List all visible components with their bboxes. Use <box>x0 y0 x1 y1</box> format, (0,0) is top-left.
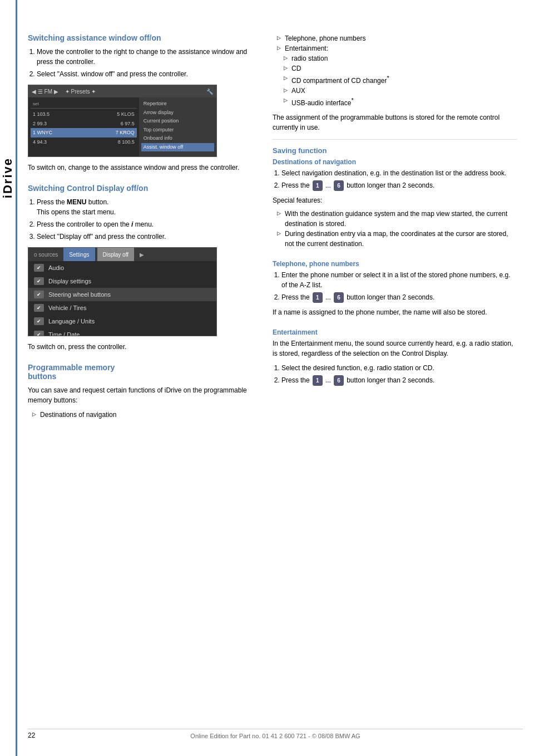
section2-title: Switching Control Display off/on <box>28 184 261 193</box>
entertainment-subtitle: Entertainment <box>273 328 517 336</box>
list-item: Press the 1 ... 6 button longer than 2 s… <box>281 180 517 191</box>
section1-steps: Move the controller to the right to chan… <box>28 47 261 79</box>
settings-item-vehicle: ✔ Vehicle / Tires <box>28 301 216 315</box>
list-item: AUX <box>277 86 517 96</box>
entertainment-steps: Select the desired function, e.g. radio … <box>273 363 517 386</box>
list-item: USB-audio interface* <box>277 96 517 108</box>
section-divider <box>273 139 517 140</box>
saving-function-title: Saving function <box>273 146 517 155</box>
list-item: CD compartment of CD changer* <box>277 73 517 86</box>
screen-menu-item-selected: Assist. window off <box>141 143 214 152</box>
screen-right-col: Repertoire Arrow display Current positio… <box>139 97 216 156</box>
side-tab-label: iDrive <box>1 158 15 198</box>
special-bullets: With the destination guidance system and… <box>273 209 517 249</box>
list-item: Telephone, phone numbers <box>277 33 517 43</box>
section3-bullets: Destinations of navigation <box>28 410 261 420</box>
list-item: With the destination guidance system and… <box>277 209 517 229</box>
settings-item-audio: ✔ Audio <box>28 261 216 274</box>
tab-display-off: Display off <box>97 248 135 261</box>
screen-freq-row: 2 99.36 97.5 <box>31 119 137 129</box>
settings-item-steering: ✔ Steering wheel buttons <box>28 288 216 301</box>
list-item: Press the 1 ... 6 button longer than 2 s… <box>281 292 517 303</box>
button-6-badge: 6 <box>334 180 344 191</box>
section2-steps: Press the MENU button.This opens the sta… <box>28 197 261 242</box>
button-6-badge: 6 <box>334 375 344 386</box>
tab-settings: Settings <box>63 248 95 261</box>
right-bullets: Telephone, phone numbers Entertainment: … <box>273 33 517 108</box>
list-item: During destination entry via a map, the … <box>277 229 517 249</box>
screen-menu-item: Current position <box>141 117 214 126</box>
vehicle-icon: ✔ <box>34 304 44 312</box>
list-item: Select navigation destination, e.g. in t… <box>281 168 517 178</box>
settings-tabs: o sources Settings Display off ▶ <box>28 248 216 261</box>
screen-freq-row: 1 WNYC7 KROQ <box>31 128 137 138</box>
left-column: Switching assistance window off/on Move … <box>28 33 261 431</box>
side-tab: iDrive <box>0 89 16 267</box>
screen-menu-item: Arrow display <box>141 109 214 117</box>
footnote: Online Edition for Part no. 01 41 2 600 … <box>28 729 523 739</box>
button-1-badge: 1 <box>313 180 323 191</box>
page-container: iDrive Switching assistance window off/o… <box>0 0 534 756</box>
section1-title: Switching assistance window off/on <box>28 33 261 42</box>
telephone-steps: Enter the phone number or select it in a… <box>273 270 517 303</box>
screen-assistance: ◀ ☰ FM ▶ ✦ Presets ✦ 🔧 set 1 103.55 KLOS… <box>28 85 217 157</box>
screen-left-col: set 1 103.55 KLOS 2 99.36 97.5 1 WNYC7 K… <box>28 97 139 156</box>
list-item: Press the 1 ... 6 button longer than 2 s… <box>281 375 517 386</box>
section3-title: Programmable memorybuttons <box>28 363 261 381</box>
section-destinations: Destinations of navigation Select naviga… <box>273 158 517 249</box>
screen-top-bar: ◀ ☰ FM ▶ ✦ Presets ✦ 🔧 <box>28 85 216 97</box>
section-telephone: Telephone, phone numbers Enter the phone… <box>273 260 517 317</box>
after-bullets-text: The assignment of the programmable butto… <box>273 112 517 132</box>
screen-top-left: ◀ ☰ FM ▶ ✦ Presets ✦ <box>32 89 96 95</box>
button-1-badge: 1 <box>313 375 323 386</box>
section-switching-assistance: Switching assistance window off/on Move … <box>28 33 261 173</box>
list-item: Select "Display off" and press the contr… <box>37 232 261 242</box>
screen-menu-item: Top computer <box>141 126 214 135</box>
tab-arrow: ▶ <box>134 248 150 261</box>
settings-item-time: ✔ Time / Date <box>28 328 216 336</box>
display-icon: ✔ <box>34 277 44 285</box>
list-item: Entertainment: <box>277 43 517 53</box>
button-1-badge: 1 <box>313 292 323 303</box>
language-icon: ✔ <box>34 317 44 325</box>
section1-after-text: To switch on, change to the assistance w… <box>28 163 261 173</box>
settings-item-display: ✔ Display settings <box>28 274 216 288</box>
screen-freq-row: 4 94.38 100.5 <box>31 138 137 147</box>
special-features-label: Special features: <box>273 195 517 205</box>
audio-icon: ✔ <box>34 264 44 272</box>
list-item: CD <box>277 63 517 73</box>
list-item: Enter the phone number or select it in a… <box>281 270 517 290</box>
section-programmable-memory: Programmable memorybuttons You can save … <box>28 363 261 420</box>
right-column: Telephone, phone numbers Entertainment: … <box>273 33 517 397</box>
settings-item-language: ✔ Language / Units <box>28 315 216 328</box>
list-item: Press the controller to open the i menu. <box>37 219 261 229</box>
time-icon: ✔ <box>34 331 44 336</box>
button-6-badge: 6 <box>334 292 344 303</box>
steering-icon: ✔ <box>34 291 44 298</box>
section-entertainment: Entertainment In the Entertainment menu,… <box>273 328 517 386</box>
section3-intro: You can save and request certain functio… <box>28 385 261 405</box>
entertainment-intro: In the Entertainment menu, the sound sou… <box>273 338 517 359</box>
screen-settings: o sources Settings Display off ▶ ✔ Audio… <box>28 247 217 336</box>
left-border <box>16 0 17 756</box>
telephone-after: If a name is assigned to the phone numbe… <box>273 307 517 317</box>
screen-rows: set 1 103.55 KLOS 2 99.36 97.5 1 WNYC7 K… <box>28 97 216 156</box>
list-item: Destinations of navigation <box>32 410 261 420</box>
tab-sources: o sources <box>28 248 63 261</box>
telephone-subtitle: Telephone, phone numbers <box>273 260 517 268</box>
section-saving-function: Saving function Destinations of navigati… <box>273 146 517 386</box>
list-item: radio station <box>277 53 517 63</box>
list-item: Press the MENU button.This opens the sta… <box>37 197 261 217</box>
list-item: Select "Assist. window off" and press th… <box>37 69 261 79</box>
list-item: Select the desired function, e.g. radio … <box>281 363 517 373</box>
section-switching-display: Switching Control Display off/on Press t… <box>28 184 261 352</box>
list-item: Move the controller to the right to chan… <box>37 47 261 67</box>
screen-menu-item: Repertoire <box>141 100 214 109</box>
destinations-subtitle: Destinations of navigation <box>273 158 517 166</box>
screen-menu-item: Onboard info <box>141 134 214 143</box>
screen-freq-row: 1 103.55 KLOS <box>31 110 137 119</box>
screen-set-row: set <box>31 100 137 109</box>
destinations-steps: Select navigation destination, e.g. in t… <box>273 168 517 191</box>
section2-after-text: To switch on, press the controller. <box>28 342 261 352</box>
